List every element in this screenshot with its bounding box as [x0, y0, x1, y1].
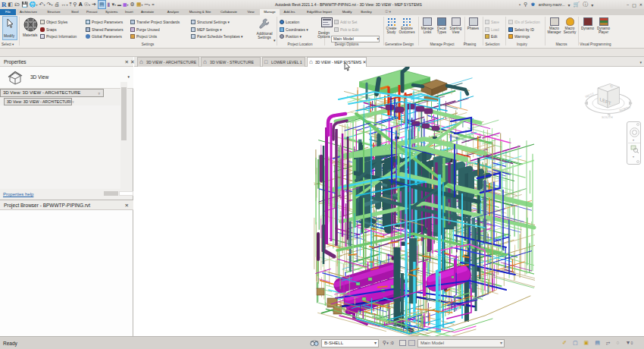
svg-text:SOUTH: SOUTH — [602, 115, 613, 119]
svg-text:↻: ↻ — [610, 83, 614, 89]
svg-text:NORTH: NORTH — [619, 105, 631, 112]
